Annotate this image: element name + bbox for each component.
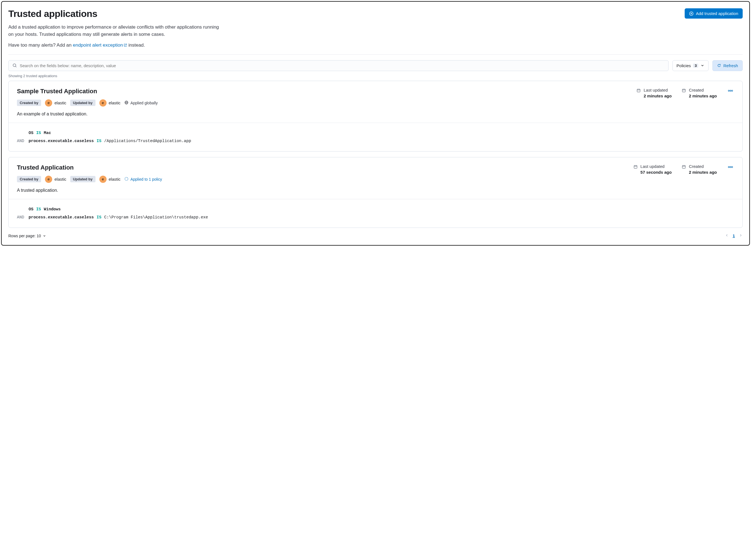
- chevron-down-icon: [43, 234, 46, 238]
- last-updated-value: 57 seconds ago: [640, 170, 672, 175]
- created-meta: Created 2 minutes ago: [681, 88, 717, 98]
- condition-operator: IS: [97, 137, 101, 145]
- condition-operator: IS: [36, 205, 41, 214]
- refresh-button[interactable]: Refresh: [712, 60, 743, 71]
- conditions-panel: OS IS Windows AND process.executable.cas…: [8, 199, 743, 227]
- divider: [8, 54, 743, 55]
- scope-text: Applied to 1 policy: [131, 177, 162, 181]
- rows-per-page-selector[interactable]: Rows per page: 10: [8, 234, 46, 238]
- condition-value: C:\Program Files\Application\trustedapp.…: [104, 214, 208, 221]
- showing-count: Showing 2 trusted applications: [8, 74, 743, 78]
- updated-by-user: e elastic: [99, 99, 121, 106]
- search-icon: [13, 63, 17, 68]
- last-updated-meta: Last updated 57 seconds ago: [633, 164, 672, 175]
- svg-rect-29: [730, 166, 731, 167]
- condition-operator: IS: [36, 129, 41, 137]
- user-name: elastic: [109, 177, 121, 181]
- condition-value: /Applications/TrustedApplication.app: [104, 137, 191, 145]
- created-value: 2 minutes ago: [689, 170, 717, 175]
- card-description: An example of a trusted application.: [17, 112, 631, 117]
- created-label: Created: [689, 88, 717, 93]
- svg-rect-17: [730, 90, 731, 91]
- calendar-icon: [681, 88, 686, 94]
- condition-row: AND process.executable.caseless IS /Appl…: [17, 137, 734, 145]
- trusted-app-card: Trusted Application Created by e elastic…: [8, 157, 743, 228]
- next-page-button[interactable]: [739, 233, 743, 238]
- condition-field: process.executable.caseless: [28, 214, 94, 221]
- scope-indicator: Applied globally: [124, 100, 158, 105]
- refresh-icon: [717, 63, 721, 67]
- condition-operator: IS: [97, 214, 101, 221]
- last-updated-meta: Last updated 2 minutes ago: [636, 88, 672, 98]
- svg-rect-8: [637, 89, 640, 92]
- calendar-icon: [681, 164, 686, 170]
- scope-indicator[interactable]: Applied to 1 policy: [124, 177, 162, 182]
- svg-rect-12: [683, 89, 686, 92]
- condition-value: Mac: [44, 129, 51, 137]
- svg-line-4: [16, 66, 16, 67]
- created-label: Created: [689, 164, 717, 169]
- user-name: elastic: [109, 100, 121, 105]
- policies-label: Policies: [677, 63, 691, 68]
- calendar-icon: [636, 88, 641, 94]
- add-trusted-application-button[interactable]: Add trusted application: [685, 8, 743, 19]
- svg-point-3: [13, 64, 16, 66]
- created-by-user: e elastic: [45, 176, 66, 183]
- card-title: Sample Trusted Application: [17, 88, 631, 95]
- condition-row: OS IS Mac: [17, 129, 734, 137]
- svg-rect-16: [728, 90, 729, 91]
- svg-rect-28: [728, 166, 729, 167]
- created-meta: Created 2 minutes ago: [681, 164, 717, 175]
- globe-icon: [124, 100, 129, 105]
- add-button-label: Add trusted application: [696, 11, 738, 16]
- chevron-down-icon: [700, 63, 704, 67]
- avatar: e: [45, 99, 52, 106]
- condition-row: OS IS Windows: [17, 205, 734, 214]
- condition-field: OS: [28, 205, 33, 214]
- search-container: [8, 60, 669, 71]
- card-title: Trusted Application: [17, 164, 628, 171]
- svg-rect-20: [634, 165, 637, 168]
- updated-by-user: e elastic: [99, 176, 121, 183]
- avatar: e: [45, 176, 52, 183]
- more-icon: [728, 89, 733, 94]
- chevron-left-icon: [725, 233, 729, 237]
- condition-value: Windows: [44, 205, 61, 214]
- card-actions-button[interactable]: [727, 88, 734, 95]
- conditions-panel: OS IS Mac AND process.executable.caseles…: [8, 123, 743, 151]
- condition-field: process.executable.caseless: [28, 137, 94, 145]
- rows-per-page-label: Rows per page: 10: [8, 234, 41, 238]
- policies-filter-button[interactable]: Policies 3: [672, 60, 709, 71]
- page-number[interactable]: 1: [733, 233, 735, 238]
- created-by-pill: Created by: [17, 100, 41, 106]
- partial-icon: [124, 177, 129, 182]
- page-description-2: Have too many alerts? Add an endpoint al…: [8, 42, 225, 49]
- svg-rect-30: [732, 166, 733, 167]
- svg-rect-24: [683, 165, 686, 168]
- card-actions-button[interactable]: [727, 164, 734, 171]
- user-name: elastic: [54, 177, 66, 181]
- last-updated-label: Last updated: [640, 164, 672, 169]
- avatar: e: [99, 176, 106, 183]
- external-link-icon: [123, 43, 127, 47]
- updated-by-pill: Updated by: [70, 176, 96, 182]
- prev-page-button[interactable]: [725, 233, 729, 238]
- pagination: 1: [725, 233, 743, 238]
- scope-text: Applied globally: [131, 101, 158, 105]
- page-description-1: Add a trusted application to improve per…: [8, 24, 225, 38]
- condition-prefix: AND: [17, 137, 26, 145]
- created-by-pill: Created by: [17, 176, 41, 182]
- endpoint-alert-exception-link[interactable]: endpoint alert exception: [73, 42, 127, 48]
- condition-prefix: AND: [17, 214, 26, 221]
- condition-row: AND process.executable.caseless IS C:\Pr…: [17, 214, 734, 221]
- search-input[interactable]: [20, 63, 665, 68]
- more-icon: [728, 166, 733, 170]
- last-updated-value: 2 minutes ago: [644, 94, 672, 98]
- calendar-icon: [633, 164, 638, 170]
- card-description: A trusted application.: [17, 188, 628, 193]
- plus-circle-icon: [689, 12, 694, 16]
- refresh-label: Refresh: [723, 63, 738, 68]
- policies-count-badge: 3: [693, 63, 698, 68]
- svg-rect-18: [732, 90, 733, 91]
- created-by-user: e elastic: [45, 99, 66, 106]
